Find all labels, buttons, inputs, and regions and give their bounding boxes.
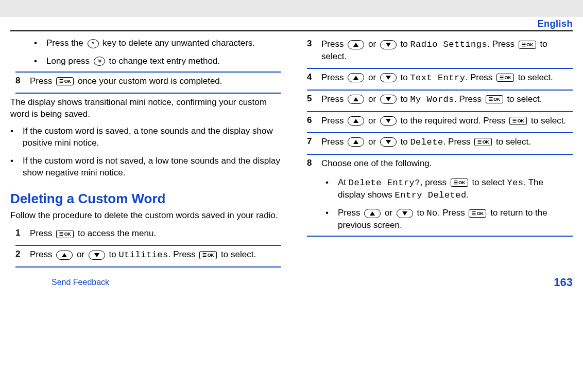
text: to select.: [507, 94, 542, 104]
step-rule: [15, 93, 281, 94]
text: to the required word. Press: [401, 116, 508, 126]
step-body: Press or to the required word. Press to …: [321, 115, 573, 127]
bullet-text: If the custom word is not saved, a low t…: [23, 155, 281, 179]
text: to select.: [531, 116, 566, 126]
top-toolbar: [0, 0, 583, 16]
up-arrow-icon: [348, 73, 364, 82]
step-rule: [15, 266, 281, 268]
bullet-text: Long press ᵗ# to change text entry metho…: [46, 56, 220, 67]
step-number: 8: [307, 158, 314, 170]
menu-target: My Words: [410, 95, 454, 104]
menu-target: Radio Settings: [410, 40, 487, 49]
step-number: 8: [15, 76, 23, 87]
svg-marker-4: [353, 76, 358, 80]
star-key-icon: *⁠‹: [88, 39, 99, 48]
intro-bullet: • Long press ᵗ# to change text entry met…: [10, 54, 281, 72]
step-number: 5: [307, 94, 314, 106]
text: key to delete any unwanted characters.: [102, 38, 255, 48]
text: Long press: [46, 56, 92, 66]
page-footer: Send Feedback 163: [0, 273, 583, 294]
section-heading: Deleting a Custom Word: [10, 191, 281, 207]
text: to: [401, 137, 410, 147]
down-arrow-icon: [380, 116, 397, 126]
step8-bullet-2: • Press or to No. Press to return to the…: [302, 205, 573, 236]
text: At: [338, 177, 349, 187]
text: . Press: [465, 73, 495, 82]
up-arrow-icon: [348, 95, 364, 104]
step-body: Choose one of the following.: [321, 158, 573, 170]
text: to select: [472, 177, 507, 187]
text: .: [467, 190, 469, 200]
text: Press: [321, 116, 346, 126]
text: to: [401, 39, 410, 49]
menu-target: Utilities: [118, 250, 168, 260]
hash-key-icon: ᵗ#: [94, 57, 105, 66]
bullet-dot: •: [10, 126, 15, 149]
ok-button-icon: [451, 179, 468, 187]
down-arrow-icon: [89, 251, 105, 260]
up-arrow-icon: [348, 40, 364, 49]
text: or: [368, 39, 379, 49]
ok-button-icon: [486, 95, 503, 103]
bullet-dot: •: [325, 177, 331, 202]
step-5: 5 Press or to My Words. Press to select.: [302, 91, 573, 111]
language-header: English: [0, 16, 583, 30]
up-arrow-icon: [364, 209, 381, 218]
text: once your custom word is completed.: [78, 76, 222, 86]
outcome-bullet: • If the custom word is not saved, a low…: [10, 153, 281, 183]
up-arrow-icon: [348, 137, 364, 147]
text: to: [401, 94, 410, 104]
step-body: Press or to Radio Settings. Press to sel…: [321, 39, 573, 63]
text: to change text entry method.: [109, 56, 220, 66]
menu-target: Text Entry: [410, 73, 465, 83]
ok-button-icon: [56, 230, 74, 238]
down-arrow-icon: [380, 95, 397, 104]
bullet-dot: •: [34, 38, 39, 49]
text: to select.: [496, 137, 531, 147]
step-1: 1 Press to access the menu.: [10, 225, 281, 245]
svg-marker-0: [62, 253, 67, 257]
bullet-text: At Delete Entry?, press to select Yes. T…: [338, 177, 573, 202]
left-column: • Press the *⁠‹ key to delete any unwant…: [10, 35, 281, 268]
transition-paragraph: The display shows transitional mini noti…: [10, 97, 281, 120]
svg-marker-9: [386, 119, 391, 123]
step-body: Press once your custom word is completed…: [30, 76, 281, 87]
svg-marker-6: [353, 97, 358, 101]
text: . Press: [438, 208, 468, 218]
text: . Press: [487, 39, 517, 49]
bullet-text: Press the *⁠‹ key to delete any unwanted…: [46, 38, 255, 49]
text: , press: [420, 177, 449, 187]
step-body: Press or to Utilities. Press to select.: [30, 249, 281, 261]
ok-button-icon: [199, 251, 217, 259]
ok-button-icon: [474, 138, 492, 146]
step-number: 4: [307, 72, 314, 84]
prompt-text: Delete Entry?: [349, 178, 420, 188]
step-body: Press to access the menu.: [30, 228, 281, 240]
svg-marker-11: [386, 140, 391, 144]
svg-marker-3: [386, 43, 391, 47]
text: Press: [30, 250, 55, 259]
option-no: No: [426, 208, 437, 218]
text: or: [368, 94, 379, 104]
step-4: 4 Press or to Text Entry. Press to selec…: [302, 69, 573, 90]
ok-button-icon: [519, 41, 536, 49]
text: Press: [321, 39, 346, 49]
option-yes: Yes: [507, 178, 523, 188]
send-feedback-link[interactable]: Send Feedback: [52, 278, 109, 287]
intro-bullet: • Press the *⁠‹ key to delete any unwant…: [10, 35, 281, 54]
svg-marker-7: [386, 97, 391, 101]
step-7: 7 Press or to Delete. Press to select.: [302, 133, 573, 154]
text: Press: [321, 137, 346, 147]
right-column: 3 Press or to Radio Settings. Press to s…: [302, 35, 573, 268]
down-arrow-icon: [397, 209, 413, 218]
step-number: 3: [307, 39, 314, 63]
header-rule: [10, 30, 573, 31]
text: or: [77, 250, 87, 259]
step-number: 6: [307, 115, 314, 127]
svg-marker-2: [353, 43, 358, 47]
text: Press: [30, 228, 55, 238]
step-2: 2 Press or to Utilities. Press to select…: [10, 246, 281, 266]
text: . Press: [168, 250, 198, 259]
content-columns: • Press the *⁠‹ key to delete any unwant…: [0, 35, 583, 268]
down-arrow-icon: [380, 73, 397, 82]
